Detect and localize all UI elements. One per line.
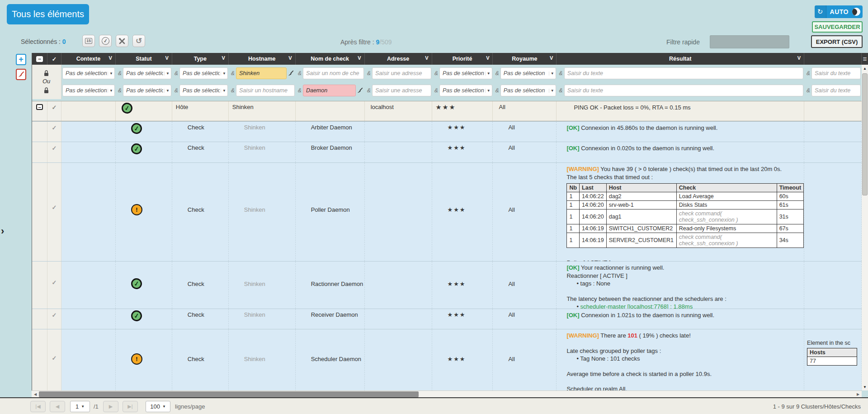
priorite-cell: ★★★: [432, 101, 493, 121]
vertical-scrollbar[interactable]: ☰ ▲ ▼: [862, 53, 868, 390]
select-row-cell[interactable]: ✓: [47, 122, 61, 142]
collapse-all-header[interactable]: –: [32, 53, 47, 65]
table-row-check[interactable]: ✓ ✓ Check Shinken Arbiter Daemon ★★★ All…: [32, 121, 862, 142]
royaume-select[interactable]: Pas de sélection▼: [500, 85, 556, 96]
adresse-filter-input[interactable]: [372, 67, 431, 79]
check-name-filter-input[interactable]: [303, 67, 364, 79]
column-header-royaume[interactable]: RoyaumeV: [493, 53, 557, 65]
status-warning-icon: !: [131, 353, 142, 365]
calendar-button[interactable]: 15: [82, 35, 95, 47]
chevron-down-icon[interactable]: V: [425, 55, 428, 61]
table-row-check[interactable]: ✓ ! Check Shinken Scheduler Daemon ★★★ A…: [32, 329, 862, 391]
hostname-filter-input[interactable]: [236, 85, 295, 96]
column-header-adresse[interactable]: AdresseV: [365, 53, 432, 65]
priorite-cell: ★★★: [432, 262, 493, 309]
save-button[interactable]: SAUVEGARDER: [812, 21, 863, 33]
scroll-right-icon[interactable]: ▶: [854, 392, 862, 396]
first-page-button[interactable]: |◀: [30, 401, 46, 412]
quick-filter-input[interactable]: [710, 35, 789, 48]
column-header-contexte[interactable]: ContexteV: [61, 53, 116, 65]
column-menu-button[interactable]: ☰: [862, 53, 868, 65]
next-page-button[interactable]: ▶: [103, 401, 118, 412]
statut-select[interactable]: Pas de sélection▼: [123, 67, 171, 79]
vertical-scroll-thumb[interactable]: [862, 73, 868, 195]
priorite-select[interactable]: Pas de sélection▼: [439, 67, 492, 79]
royaume-cell: All: [493, 101, 557, 121]
resultat-filter-input[interactable]: [564, 67, 803, 79]
chevron-down-icon[interactable]: V: [550, 55, 553, 61]
chevron-down-icon[interactable]: V: [165, 55, 169, 61]
expand-panel-handle[interactable]: ›: [1, 225, 4, 237]
all-elements-button[interactable]: Tous les éléments: [7, 4, 89, 24]
priorite-select[interactable]: Pas de sélection▼: [439, 85, 492, 96]
chevron-down-icon[interactable]: V: [486, 55, 489, 61]
scroll-down-icon[interactable]: ▼: [862, 383, 868, 390]
scroll-left-icon[interactable]: ◀: [32, 392, 39, 396]
per-page-label: lignes/page: [175, 403, 205, 410]
table-row-check[interactable]: ✓ ✓ Check Shinken Receiver Daemon ★★★ Al…: [32, 309, 862, 329]
tags-line: • tags : None: [566, 280, 804, 288]
column-header-type[interactable]: TypeV: [172, 53, 229, 65]
column-header-hostname[interactable]: HostnameV: [229, 53, 296, 65]
auto-refresh-toggle[interactable]: ↻ AUTO: [815, 5, 863, 18]
column-header-statut[interactable]: StatutV: [116, 53, 172, 65]
contexte-cell: [61, 163, 116, 261]
chevron-down-icon[interactable]: V: [222, 55, 225, 61]
column-header-priorite[interactable]: PrioritéV: [432, 53, 493, 65]
extra-filter-input[interactable]: [811, 67, 861, 79]
filter-adresse-2: &: [365, 82, 432, 99]
statut-select[interactable]: Pas de sélection▼: [123, 85, 171, 96]
clear-input-button[interactable]: [288, 70, 294, 76]
undo-button[interactable]: ↺: [132, 35, 145, 47]
table-row-check[interactable]: ✓ ✓ Check Shinken Broker Daemon ★★★ All …: [32, 142, 862, 162]
collapse-row-cell[interactable]: –: [32, 101, 47, 121]
column-header-extra[interactable]: [804, 53, 862, 65]
type-select[interactable]: Pas de sélection▼: [179, 67, 228, 79]
chevron-down-icon[interactable]: V: [109, 55, 112, 61]
select-row-cell[interactable]: ✓: [47, 163, 61, 261]
clear-filter-button[interactable]: [16, 69, 26, 80]
extra-filter-input[interactable]: [811, 85, 861, 96]
last-page-button[interactable]: ▶|: [123, 401, 138, 412]
scheduler-side-box: Element in the sc Hosts 77: [804, 332, 861, 366]
resultat-filter-input[interactable]: [564, 85, 803, 96]
contexte-select[interactable]: Pas de sélection▼: [62, 85, 115, 96]
select-arrow-icon: ▼: [221, 89, 226, 93]
column-header-resultat[interactable]: RésultatV: [557, 53, 804, 65]
select-row-cell[interactable]: ✓: [47, 262, 61, 309]
prev-page-button[interactable]: ◀: [50, 401, 65, 412]
table-row-check[interactable]: ✓ ! Check Shinken Poller Daemon ★★★ All …: [32, 162, 862, 261]
select-row-cell[interactable]: ✓: [47, 142, 61, 162]
horizontal-scrollbar[interactable]: ◀ ▶: [32, 390, 862, 397]
select-row-cell[interactable]: ✓: [47, 309, 61, 329]
chevron-down-icon[interactable]: V: [288, 55, 292, 61]
per-page-select[interactable]: 100▼: [146, 401, 170, 412]
hostname-filter-input[interactable]: [236, 67, 287, 79]
horizontal-scroll-thumb[interactable]: [39, 391, 419, 397]
page-select[interactable]: 1▼: [70, 401, 90, 412]
select-row-cell[interactable]: ✓: [47, 329, 61, 391]
collapse-row-cell: [32, 163, 47, 261]
priorite-cell: ★★★: [432, 163, 493, 261]
select-row-cell[interactable]: ✓: [47, 101, 61, 121]
table-row-check[interactable]: ✓ ✓ Check Shinken Ractionner Daemon ★★★ …: [32, 261, 862, 309]
chevron-down-icon[interactable]: V: [358, 55, 361, 61]
select-value: Pas de sélection: [183, 87, 220, 94]
export-csv-button[interactable]: EXPORT (CSV): [811, 35, 863, 48]
scheduler-link[interactable]: scheduler-master [localhost:7768] : 1.88…: [580, 303, 693, 309]
chevron-down-icon[interactable]: V: [797, 55, 801, 61]
adresse-filter-input[interactable]: [372, 85, 431, 96]
filter-or-label: Ou: [42, 78, 50, 85]
scroll-up-icon[interactable]: ▲: [862, 65, 868, 72]
type-select[interactable]: Pas de sélection▼: [179, 85, 228, 96]
tools-button[interactable]: [116, 35, 128, 47]
validate-button[interactable]: ✓: [99, 35, 112, 47]
add-filter-button[interactable]: +: [16, 54, 26, 65]
royaume-select[interactable]: Pas de sélection▼: [500, 67, 556, 79]
select-all-header[interactable]: ✓: [47, 53, 61, 65]
clear-input-button[interactable]: [357, 87, 363, 94]
column-header-nom-de-check[interactable]: Nom de checkV: [296, 53, 365, 65]
table-row-host[interactable]: – ✓ ✓ Hôte Shinken localhost ★★★ All PIN…: [32, 101, 862, 121]
contexte-select[interactable]: Pas de sélection▼: [62, 67, 115, 79]
check-name-filter-input[interactable]: [303, 85, 356, 96]
